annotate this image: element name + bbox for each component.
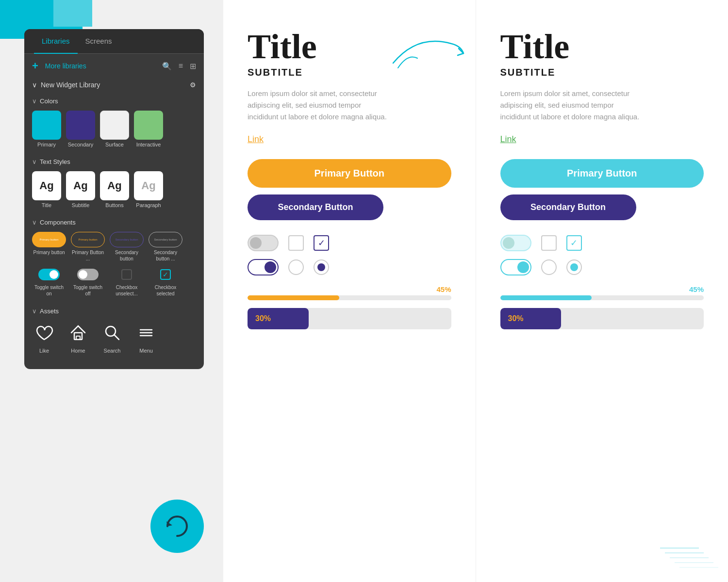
colors-section-header[interactable]: ∨ Colors: [24, 93, 204, 108]
more-libraries-link[interactable]: More libraries: [45, 62, 155, 70]
orange-link[interactable]: Link: [248, 134, 264, 145]
tab-libraries[interactable]: Libraries: [34, 29, 78, 54]
asset-label-search: Search: [104, 348, 121, 354]
chevron-icon: ∨: [32, 219, 37, 226]
text-style-box-subtitle: Ag: [66, 171, 95, 200]
orange-progress2-track: 30%: [248, 308, 451, 329]
asset-search[interactable]: Search: [100, 321, 124, 354]
component-preview-secondary: Secondary button: [110, 232, 144, 247]
asset-label-home: Home: [71, 348, 85, 354]
chevron-icon: ∨: [32, 97, 37, 105]
radio-empty-1[interactable]: [288, 259, 304, 275]
orange-progress1-label: 45%: [248, 285, 451, 293]
search-icon[interactable]: 🔍: [162, 62, 172, 71]
text-style-paragraph[interactable]: Ag Paragraph: [134, 171, 163, 208]
toggle-on-teal-1[interactable]: [500, 259, 531, 275]
grid-view-icon[interactable]: ⊞: [190, 62, 196, 71]
text-style-label-paragraph: Paragraph: [136, 202, 161, 208]
component-primary-button-outline[interactable]: Primary button Primary Button ...: [71, 232, 105, 262]
radio-empty-teal-1[interactable]: [541, 259, 557, 275]
component-label-secondary: Secondary button: [110, 249, 144, 262]
toggle-off-1[interactable]: [248, 235, 279, 251]
color-primary[interactable]: Primary: [32, 111, 61, 147]
colors-grid: Primary Secondary Surface Interactive: [24, 108, 204, 153]
orange-progress2-label: 30%: [255, 314, 271, 323]
text-style-buttons[interactable]: Ag Buttons: [100, 171, 129, 208]
component-secondary-button[interactable]: Secondary button Secondary button: [110, 232, 144, 262]
colors-label: Colors: [40, 97, 58, 105]
color-swatch-primary: [32, 111, 61, 140]
component-secondary-button-outline[interactable]: Secondary button Secondary button ...: [149, 232, 182, 262]
chevron-icon: ∨: [32, 307, 37, 315]
add-library-button[interactable]: +: [32, 60, 38, 72]
bg-decoration-teal-small: [53, 0, 92, 27]
color-interactive[interactable]: Interactive: [134, 111, 163, 147]
radio-filled-1[interactable]: [314, 259, 329, 275]
component-preview-primary: Primary button: [32, 232, 66, 247]
teal-progress2-label: 30%: [508, 314, 524, 323]
color-swatch-interactive: [134, 111, 163, 140]
teal-progress2-fill: 30%: [500, 308, 562, 329]
text-style-subtitle[interactable]: Ag Subtitle: [66, 171, 95, 208]
chevron-down-icon: ∨: [32, 81, 37, 89]
orange-body: Lorem ipsum dolor sit amet, consectetur …: [248, 88, 393, 123]
checkbox-checked-1[interactable]: ✓: [314, 235, 329, 251]
toggle-on-mini: [38, 269, 60, 280]
text-style-label-subtitle: Subtitle: [72, 202, 90, 208]
component-checkbox-sel[interactable]: ✓ Checkbox selected: [149, 267, 182, 297]
library-name: New Widget Library: [41, 81, 100, 89]
toggle-on-1[interactable]: [248, 259, 279, 275]
teal-primary-button[interactable]: Primary Button: [500, 159, 704, 188]
color-label-secondary: Secondary: [68, 142, 94, 147]
refresh-button[interactable]: [150, 500, 204, 553]
text-style-label-buttons: Buttons: [105, 202, 123, 208]
arrow-decoration: [388, 29, 466, 73]
color-secondary[interactable]: Secondary: [66, 111, 95, 147]
orange-progress1-fill: [248, 295, 339, 300]
theme-panel-teal: Title SUBTITLE Lorem ipsum dolor sit ame…: [476, 0, 728, 582]
component-toggle-on[interactable]: Toggle switch on: [32, 267, 66, 297]
component-label-primary-outline: Primary Button ...: [71, 249, 105, 262]
orange-progress2-fill: 30%: [248, 308, 309, 329]
checkbox-sel-mini: ✓: [160, 269, 171, 280]
orange-secondary-button[interactable]: Secondary Button: [248, 194, 383, 220]
assets-section-header[interactable]: ∨ Assets: [24, 303, 204, 318]
orange-progress1-track: [248, 295, 451, 300]
toggle-off-teal-1[interactable]: [500, 235, 531, 251]
teal-secondary-button[interactable]: Secondary Button: [500, 194, 636, 220]
asset-label-like: Like: [39, 348, 49, 354]
color-surface[interactable]: Surface: [100, 111, 129, 147]
component-toggle-off[interactable]: Toggle switch off: [71, 267, 105, 297]
text-styles-grid: Ag Title Ag Subtitle Ag Buttons Ag Parag…: [24, 168, 204, 214]
orange-primary-button[interactable]: Primary Button: [248, 159, 451, 188]
checkbox-empty-1[interactable]: [288, 235, 304, 251]
checkbox-checked-teal-1[interactable]: ✓: [566, 235, 582, 251]
asset-like[interactable]: Like: [32, 321, 56, 354]
asset-home[interactable]: Home: [66, 321, 90, 354]
radio-filled-teal-1[interactable]: [566, 259, 582, 275]
list-view-icon[interactable]: ≡: [179, 62, 183, 70]
like-icon: [32, 321, 56, 345]
checkbox-empty-teal-1[interactable]: [541, 235, 557, 251]
text-styles-section-header[interactable]: ∨ Text Styles: [24, 153, 204, 168]
teal-link[interactable]: Link: [500, 134, 516, 145]
asset-menu[interactable]: Menu: [134, 321, 158, 354]
chevron-icon: ∨: [32, 158, 37, 165]
color-label-surface: Surface: [105, 142, 124, 147]
radio-dot-1: [317, 263, 325, 271]
settings-icon[interactable]: ⚙: [190, 81, 196, 89]
teal-controls-row-1: ✓: [500, 235, 704, 251]
orange-progress-section: 45% 30%: [248, 285, 451, 329]
teal-body: Lorem ipsum dolor sit amet, consectetur …: [500, 88, 646, 123]
library-header: ∨ New Widget Library ⚙: [24, 78, 204, 93]
component-primary-button[interactable]: Primary button Primary button: [32, 232, 66, 262]
text-style-box-title: Ag: [32, 171, 61, 200]
tab-screens[interactable]: Screens: [78, 29, 120, 54]
text-style-title[interactable]: Ag Title: [32, 171, 61, 208]
component-label-checkbox-sel: Checkbox selected: [149, 284, 182, 297]
search-icon: [100, 321, 124, 345]
components-section-header[interactable]: ∨ Components: [24, 214, 204, 229]
sidebar-tabs: Libraries Screens: [24, 29, 204, 54]
teal-controls-row-2: [500, 259, 704, 275]
component-checkbox-unsel[interactable]: Checkbox unselect...: [110, 267, 144, 297]
